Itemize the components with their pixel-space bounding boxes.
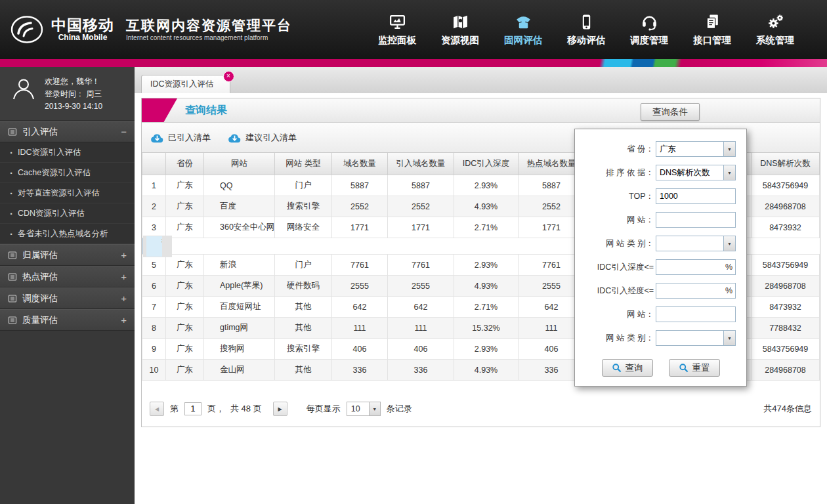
table-cell: 网络安全 <box>275 217 332 238</box>
table-cell: 2.93% <box>454 339 519 360</box>
sidebar-item-label: Cache资源引入评估 <box>18 167 91 178</box>
query-button[interactable]: 查询 <box>602 359 653 377</box>
login-time-label: 登录时间： 周三 <box>45 88 102 100</box>
table-row[interactable]: 4广东微博图片网其他12412415.32%1247788432 <box>142 238 166 254</box>
sidebar-item-label: IDC资源引入评估 <box>18 147 81 158</box>
sidebar-item-label: CDN资源引入评估 <box>18 208 85 219</box>
sidebar-item[interactable]: ·CDN资源引入评估 <box>0 203 135 224</box>
site-2-input[interactable] <box>656 306 736 322</box>
idc-longitude-input[interactable] <box>656 283 736 299</box>
reset-button[interactable]: 重置 <box>669 359 720 377</box>
table-cell: 5843756949 <box>752 339 820 360</box>
list-icon <box>8 316 17 325</box>
gears-icon <box>767 13 784 31</box>
expand-icon[interactable]: + <box>121 249 127 261</box>
avatar <box>9 75 38 120</box>
field-label: 网 站 类 别： <box>575 333 654 344</box>
site-input[interactable] <box>656 212 736 228</box>
column-header: IDC引入深度 <box>454 153 519 175</box>
total-records: 共474条信息 <box>763 403 812 415</box>
sidebar-item[interactable]: ·对等直连资源引入评估 <box>0 183 135 203</box>
nav-label: 调度管理 <box>630 34 668 47</box>
nav-label: 系统管理 <box>756 34 794 47</box>
site-type-2-select[interactable]: ▼ <box>656 330 736 346</box>
nav-label: 接口管理 <box>693 34 731 47</box>
column-header: 域名数量 <box>332 153 388 175</box>
menu-section-3[interactable]: 调度评估+ <box>0 287 135 309</box>
menu-section-label: 归属评估 <box>22 249 58 261</box>
rainbow-stripe <box>0 59 827 67</box>
table-cell: 广东 <box>166 339 204 360</box>
bullet-icon: · <box>10 148 13 158</box>
table-cell: 2.71% <box>454 217 519 238</box>
expand-icon[interactable]: + <box>121 314 127 326</box>
menu-section-label: 引入评估 <box>22 126 58 138</box>
expand-icon[interactable]: + <box>121 293 127 304</box>
toolbar-button-0[interactable]: 已引入清单 <box>150 132 211 144</box>
popup-buttons: 查询重置 <box>575 359 746 377</box>
idc-depth-input[interactable] <box>656 259 736 275</box>
menu-section-0[interactable]: 引入评估− <box>0 121 135 142</box>
field-label: 网 站： <box>575 215 654 226</box>
chevron-down-icon: ▼ <box>369 402 380 415</box>
sidebar-item-label: 各省未引入热点域名分析 <box>18 228 108 240</box>
next-page-button[interactable]: ▶ <box>273 402 287 416</box>
top-input[interactable] <box>656 188 736 204</box>
page-input[interactable] <box>184 402 201 415</box>
prev-page-button[interactable]: ◀ <box>150 402 164 416</box>
total-pages-label: 共 48 页 <box>230 403 262 415</box>
table-cell: 搜狗网 <box>204 339 275 360</box>
table-cell: 8 <box>142 318 166 339</box>
table-cell: 642 <box>332 297 388 318</box>
menu-section-1[interactable]: 归属评估+ <box>0 244 135 266</box>
chevron-down-icon: ▼ <box>723 236 735 251</box>
mobile-icon <box>578 13 595 31</box>
table-cell: 1771 <box>388 217 454 238</box>
close-tab-icon[interactable]: × <box>223 71 234 82</box>
nav-item-interface-mgmt[interactable]: 接口管理 <box>693 13 731 47</box>
table-cell: 硬件数码 <box>275 276 332 297</box>
pagination: ◀ 第 页， 共 48 页 ▶ 每页显示 10 ▼ 条记录 共474条信息 <box>142 396 820 421</box>
nav-item-mobile-eval[interactable]: 移动评估 <box>567 13 605 47</box>
table-cell: QQ <box>204 175 275 196</box>
table-cell: 2552 <box>388 196 454 217</box>
list-icon <box>8 127 17 136</box>
brand-name-en: China Mobile <box>51 33 114 43</box>
query-conditions-button[interactable]: 查询条件 <box>641 103 700 121</box>
bullet-icon: · <box>10 209 13 219</box>
tab-idc-eval[interactable]: IDC资源引入评估 × <box>141 75 230 93</box>
collapse-icon[interactable]: − <box>121 126 127 137</box>
nav-item-system-mgmt[interactable]: 系统管理 <box>756 13 794 47</box>
per-page-value: 10 <box>347 404 369 413</box>
table-cell: 5887 <box>332 175 388 196</box>
province-select[interactable]: 广东▼ <box>656 141 736 157</box>
field-label: IDC引入经度<= <box>575 285 654 297</box>
panel-title: 查询结果 <box>185 98 227 122</box>
cloud-download-icon <box>150 133 164 143</box>
popup-field-row: 网 站 类 别：▼ <box>575 232 746 255</box>
nav-item-monitor-panel[interactable]: 监控面板 <box>378 13 416 47</box>
per-page-select[interactable]: 10 ▼ <box>347 402 381 416</box>
field-label: IDC引入深度<= <box>575 262 654 273</box>
sidebar-item[interactable]: ·IDC资源引入评估 <box>0 142 135 163</box>
table-cell: 2552 <box>332 196 388 217</box>
china-mobile-logo <box>9 12 45 47</box>
toolbar-button-1[interactable]: 建议引入清单 <box>228 132 297 144</box>
menu-section-label: 热点评估 <box>22 271 58 283</box>
menu-section-4[interactable]: 质量评估+ <box>0 309 135 331</box>
app-header: 中国移动 China Mobile 互联网内容资源管理平台 Internet c… <box>0 0 827 59</box>
expand-icon[interactable]: + <box>121 271 127 282</box>
cloud-download-icon <box>228 133 242 143</box>
sidebar-item[interactable]: ·Cache资源引入评估 <box>0 163 135 183</box>
nav-item-fixed-eval[interactable]: 固网评估 <box>504 13 542 47</box>
nav-item-dispatch-mgmt[interactable]: 调度管理 <box>630 13 668 47</box>
nav-item-resource-view[interactable]: 资源视图 <box>441 13 479 47</box>
sidebar-item[interactable]: ·各省未引入热点域名分析 <box>0 224 135 244</box>
site-type-select[interactable]: ▼ <box>656 236 736 251</box>
sort-by-select[interactable]: DNS解析次数▼ <box>656 165 736 180</box>
tab-bar: IDC资源引入评估 × <box>135 67 827 93</box>
table-cell: 广东 <box>166 175 204 196</box>
main-content: IDC资源引入评估 × 查询结果 查询条件 已引入清单建议引入清单 省份网站网站… <box>135 67 827 504</box>
table-cell: 2 <box>142 196 166 217</box>
menu-section-2[interactable]: 热点评估+ <box>0 266 135 287</box>
